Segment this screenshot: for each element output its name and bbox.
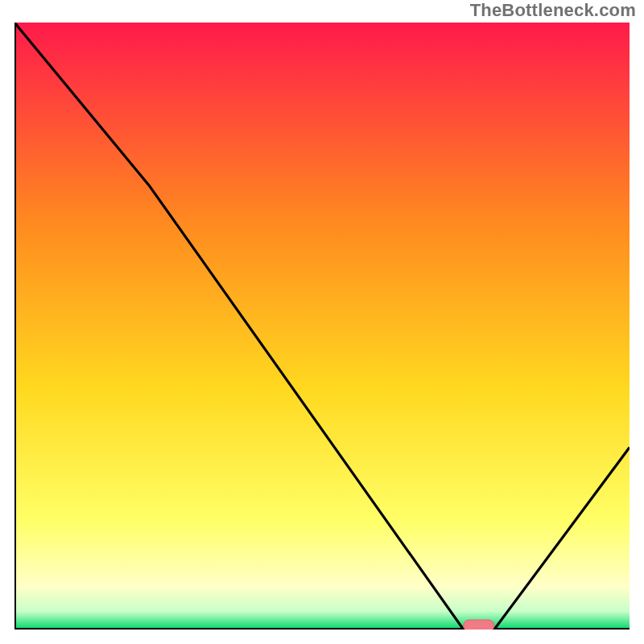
- chart-frame: TheBottleneck.com: [0, 0, 644, 644]
- chart-svg: [14, 23, 630, 630]
- bottleneck-chart: [14, 23, 630, 630]
- chart-background: [14, 23, 630, 630]
- watermark-text: TheBottleneck.com: [470, 0, 636, 21]
- optimal-zone-marker: [464, 620, 494, 630]
